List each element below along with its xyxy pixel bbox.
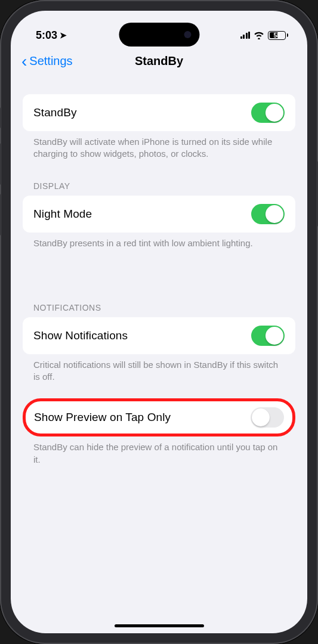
settings-content: StandBy StandBy will activate when iPhon… (11, 79, 307, 466)
mute-switch (0, 107, 1, 128)
show-notifications-footer: Critical notifications will still be sho… (23, 354, 295, 383)
wifi-icon (254, 31, 264, 39)
back-label: Settings (29, 54, 72, 68)
show-notifications-toggle[interactable] (251, 326, 285, 346)
notifications-header: NOTIFICATIONS (23, 303, 295, 317)
cellular-signal-icon (240, 32, 251, 39)
show-preview-label: Show Preview on Tap Only (34, 411, 171, 424)
display-header: DISPLAY (23, 181, 295, 196)
dynamic-island (119, 23, 199, 47)
volume-up-button (0, 143, 1, 185)
night-mode-footer: StandBy presents in a red tint with low … (23, 233, 295, 249)
battery-level: 58 (273, 32, 280, 39)
standby-label: StandBy (33, 106, 77, 119)
phone-frame: 5:03 ➤ 58 ‹ (0, 0, 318, 644)
standby-footer: StandBy will activate when iPhone is tur… (23, 131, 295, 160)
volume-down-button (0, 194, 1, 236)
night-mode-cell[interactable]: Night Mode (23, 196, 295, 233)
home-indicator[interactable] (115, 624, 204, 627)
page-title: StandBy (135, 54, 183, 68)
standby-toggle[interactable] (251, 103, 285, 123)
night-mode-label: Night Mode (33, 208, 92, 221)
night-mode-toggle[interactable] (251, 204, 285, 224)
back-button[interactable]: ‹ Settings (21, 53, 73, 70)
standby-cell[interactable]: StandBy (23, 94, 295, 131)
chevron-left-icon: ‹ (21, 53, 27, 70)
nav-header: ‹ Settings StandBy (11, 47, 307, 79)
battery-icon: 58 (268, 31, 288, 40)
status-time: 5:03 (36, 29, 57, 42)
show-preview-toggle[interactable] (251, 407, 284, 428)
show-notifications-cell[interactable]: Show Notifications (23, 317, 295, 354)
screen: 5:03 ➤ 58 ‹ (11, 11, 307, 633)
show-preview-cell[interactable]: Show Preview on Tap Only (23, 398, 295, 436)
show-notifications-label: Show Notifications (33, 329, 128, 342)
show-preview-footer: StandBy can hide the preview of a notifi… (23, 436, 295, 466)
location-icon: ➤ (60, 30, 67, 40)
